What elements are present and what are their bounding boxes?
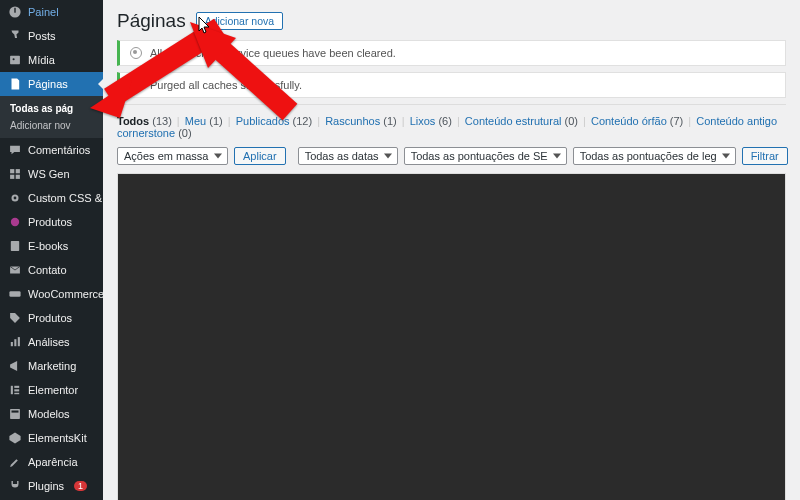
- add-new-button[interactable]: Adicionar nova: [196, 12, 283, 30]
- sidebar-item-elementskit[interactable]: ElementsKit: [0, 426, 103, 450]
- bulk-actions-select[interactable]: Ações em massa: [117, 147, 228, 165]
- page-header: Páginas Adicionar nova: [117, 10, 786, 32]
- info-icon: [130, 47, 142, 59]
- sidebar-item-label: Produtos: [28, 312, 72, 324]
- sidebar-item-label: Marketing: [28, 360, 76, 372]
- comment-icon: [8, 143, 22, 157]
- sidebar-item-label: Comentários: [28, 144, 90, 156]
- svg-rect-13: [9, 291, 20, 297]
- sidebar-item-marketing[interactable]: Marketing: [0, 354, 103, 378]
- sidebar-item-ebooks[interactable]: E-books: [0, 234, 103, 258]
- sidebar-item-posts[interactable]: Posts: [0, 24, 103, 48]
- svg-rect-16: [18, 337, 20, 346]
- sidebar-item-label: ElementsKit: [28, 432, 87, 444]
- app-root: Painel Posts Mídia Páginas Todas as pág …: [0, 0, 800, 500]
- view-count: (12): [290, 115, 313, 127]
- submenu-add-new[interactable]: Adicionar nov: [0, 117, 103, 134]
- view-link[interactable]: Conteúdo órfão: [591, 115, 667, 127]
- megaphone-icon: [8, 359, 22, 373]
- sidebar-item-plugins[interactable]: Plugins 1: [0, 474, 103, 498]
- sidebar-item-label: Contato: [28, 264, 67, 276]
- sidebar-item-aparencia[interactable]: Aparência: [0, 450, 103, 474]
- view-link[interactable]: Publicados: [236, 115, 290, 127]
- view-link[interactable]: Todos: [117, 115, 149, 127]
- sidebar-item-label: WS Gen: [28, 168, 70, 180]
- view-count: (1): [380, 115, 397, 127]
- sidebar-item-customcss[interactable]: Custom CSS & JS: [0, 186, 103, 210]
- view-link[interactable]: Conteúdo estrutural: [465, 115, 562, 127]
- svg-rect-11: [11, 241, 19, 251]
- mail-icon: [8, 263, 22, 277]
- sidebar-item-midia[interactable]: Mídia: [0, 48, 103, 72]
- page-icon: [8, 77, 22, 91]
- sidebar-item-painel[interactable]: Painel: [0, 0, 103, 24]
- notice-text: All QUIC.cloud service queues have been …: [150, 47, 396, 59]
- sidebar-item-wsgen[interactable]: WS Gen: [0, 162, 103, 186]
- sidebar-item-produtos1[interactable]: Produtos: [0, 210, 103, 234]
- sidebar-item-produtos2[interactable]: Produtos: [0, 306, 103, 330]
- svg-rect-22: [12, 411, 19, 413]
- svg-rect-14: [11, 342, 13, 346]
- notice-quic: All QUIC.cloud service queues have been …: [117, 40, 786, 66]
- sidebar-item-label: Mídia: [28, 54, 55, 66]
- admin-sidebar: Painel Posts Mídia Páginas Todas as pág …: [0, 0, 103, 500]
- view-count: (7): [667, 115, 684, 127]
- sidebar-submenu-paginas: Todas as pág Adicionar nov: [0, 96, 103, 138]
- content-table-area: [117, 173, 786, 500]
- chart-icon: [8, 335, 22, 349]
- sidebar-item-label: WooCommerce: [28, 288, 103, 300]
- svg-rect-7: [16, 175, 20, 179]
- sidebar-item-label: Aparência: [28, 456, 78, 468]
- filter-toolbar: Ações em massa Aplicar Todas as datas To…: [117, 147, 786, 165]
- elementor-icon: [8, 383, 22, 397]
- view-link[interactable]: Meu: [185, 115, 206, 127]
- submenu-all-pages[interactable]: Todas as pág: [0, 100, 103, 117]
- plugin-update-badge: 1: [74, 481, 87, 491]
- sidebar-item-label: Análises: [28, 336, 70, 348]
- sidebar-item-label: Produtos: [28, 216, 72, 228]
- readability-score-select[interactable]: Todas as pontuações de leg: [573, 147, 736, 165]
- sidebar-item-label: Elementor: [28, 384, 78, 396]
- view-count: (13): [149, 115, 172, 127]
- dashboard-icon: [8, 5, 22, 19]
- sidebar-item-modelos[interactable]: Modelos: [0, 402, 103, 426]
- pin-icon: [8, 29, 22, 43]
- view-link[interactable]: Rascunhos: [325, 115, 380, 127]
- seo-score-select[interactable]: Todas as pontuações de SE: [404, 147, 567, 165]
- svg-rect-2: [10, 56, 20, 64]
- view-count: (0): [175, 127, 192, 139]
- info-icon: [130, 79, 142, 91]
- tag-icon: [8, 311, 22, 325]
- svg-rect-18: [14, 386, 19, 388]
- sidebar-item-elementor[interactable]: Elementor: [0, 378, 103, 402]
- sidebar-item-label: Páginas: [28, 78, 68, 90]
- svg-rect-4: [10, 169, 14, 173]
- kit-icon: [8, 431, 22, 445]
- sidebar-item-label: Painel: [28, 6, 59, 18]
- dates-select[interactable]: Todas as datas: [298, 147, 398, 165]
- svg-point-10: [11, 218, 19, 226]
- media-icon: [8, 53, 22, 67]
- gear-icon: [8, 191, 22, 205]
- sidebar-item-woocommerce[interactable]: WooCommerce: [0, 282, 103, 306]
- apply-button[interactable]: Aplicar: [234, 147, 286, 165]
- sidebar-item-label: Posts: [28, 30, 56, 42]
- svg-rect-6: [10, 175, 14, 179]
- notice-text: Purged all caches successfully.: [150, 79, 302, 91]
- notice-purge: Purged all caches successfully.: [117, 72, 786, 98]
- svg-rect-20: [14, 393, 19, 394]
- svg-rect-19: [14, 389, 19, 391]
- sidebar-item-analises[interactable]: Análises: [0, 330, 103, 354]
- grid-icon: [8, 167, 22, 181]
- svg-point-9: [14, 197, 17, 200]
- view-count: (6): [435, 115, 452, 127]
- svg-rect-1: [14, 8, 15, 13]
- svg-rect-17: [11, 386, 13, 394]
- sidebar-item-contato[interactable]: Contato: [0, 258, 103, 282]
- view-link[interactable]: Lixos: [410, 115, 436, 127]
- sidebar-item-comentarios[interactable]: Comentários: [0, 138, 103, 162]
- view-filter-links: Todos (13) | Meu (1) | Publicados (12) |…: [117, 115, 786, 139]
- product-icon: [8, 215, 22, 229]
- sidebar-item-paginas[interactable]: Páginas: [0, 72, 103, 96]
- filter-button[interactable]: Filtrar: [742, 147, 788, 165]
